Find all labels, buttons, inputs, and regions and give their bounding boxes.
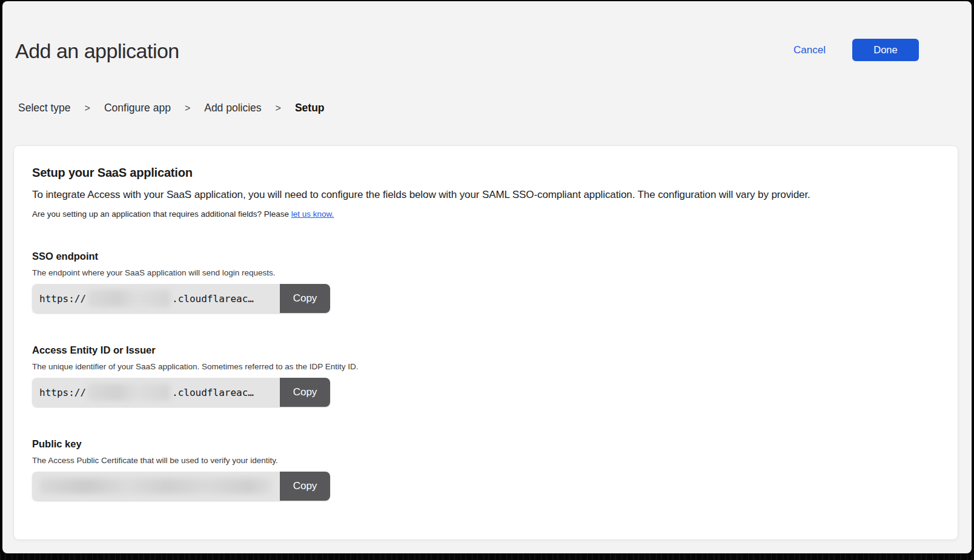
- breadcrumb-separator: >: [85, 103, 90, 114]
- copy-field-row: https:// .cloudflareac… Copy: [32, 284, 330, 313]
- done-button[interactable]: Done: [852, 39, 919, 61]
- field-description: The unique identifier of your SaaS appli…: [32, 362, 939, 371]
- note-prefix: Are you setting up an application that r…: [32, 209, 291, 219]
- field-access-entity-id: Access Entity ID or Issuer The unique id…: [32, 344, 939, 407]
- note-text: Are you setting up an application that r…: [32, 209, 939, 219]
- page-title: Add an application: [15, 39, 179, 63]
- intro-text: To integrate Access with your SaaS appli…: [32, 189, 939, 201]
- redacted-value: [39, 478, 272, 494]
- public-key-value-box[interactable]: [32, 472, 280, 501]
- breadcrumb: Select type > Configure app > Add polici…: [18, 102, 325, 114]
- field-description: The Access Public Certificate that will …: [32, 456, 939, 465]
- sso-endpoint-value-box[interactable]: https:// .cloudflareac…: [32, 284, 280, 313]
- redacted-segment: [88, 290, 170, 307]
- copy-button-sso-endpoint[interactable]: Copy: [280, 284, 330, 313]
- let-us-know-link[interactable]: let us know.: [291, 209, 334, 219]
- value-prefix: https://: [39, 293, 86, 305]
- breadcrumb-separator: >: [185, 103, 190, 114]
- card-heading: Setup your SaaS application: [32, 166, 939, 180]
- field-description: The endpoint where your SaaS application…: [32, 268, 939, 277]
- redacted-segment: [88, 384, 170, 401]
- field-label: SSO endpoint: [32, 251, 939, 262]
- field-sso-endpoint: SSO endpoint The endpoint where your Saa…: [32, 251, 939, 313]
- header-actions: Cancel Done: [793, 39, 919, 61]
- breadcrumb-step-configure-app[interactable]: Configure app: [104, 102, 171, 114]
- field-label: Public key: [32, 438, 939, 450]
- copy-field-row: Copy: [32, 472, 330, 501]
- cancel-button[interactable]: Cancel: [793, 44, 826, 56]
- screenshot-root: { "window": { "title": "Add an applicati…: [0, 0, 974, 560]
- copy-button-public-key[interactable]: Copy: [280, 472, 330, 501]
- breadcrumb-step-add-policies[interactable]: Add policies: [204, 102, 261, 114]
- value-suffix: .cloudflareac…: [172, 387, 254, 398]
- field-public-key: Public key The Access Public Certificate…: [32, 438, 939, 501]
- copy-button-entity-id[interactable]: Copy: [280, 378, 330, 407]
- breadcrumb-step-select-type[interactable]: Select type: [18, 102, 71, 114]
- value-suffix: .cloudflareac…: [172, 293, 254, 305]
- field-label: Access Entity ID or Issuer: [32, 344, 939, 356]
- entity-id-value-box[interactable]: https:// .cloudflareac…: [32, 378, 280, 407]
- setup-card: Setup your SaaS application To integrate…: [13, 145, 958, 540]
- redacted-taskbar-strip: [0, 553, 974, 560]
- app-window: Add an application Cancel Done Select ty…: [2, 1, 972, 553]
- value-prefix: https://: [39, 387, 86, 398]
- breadcrumb-separator: >: [276, 103, 281, 114]
- breadcrumb-step-setup-current: Setup: [295, 102, 325, 114]
- copy-field-row: https:// .cloudflareac… Copy: [32, 378, 330, 407]
